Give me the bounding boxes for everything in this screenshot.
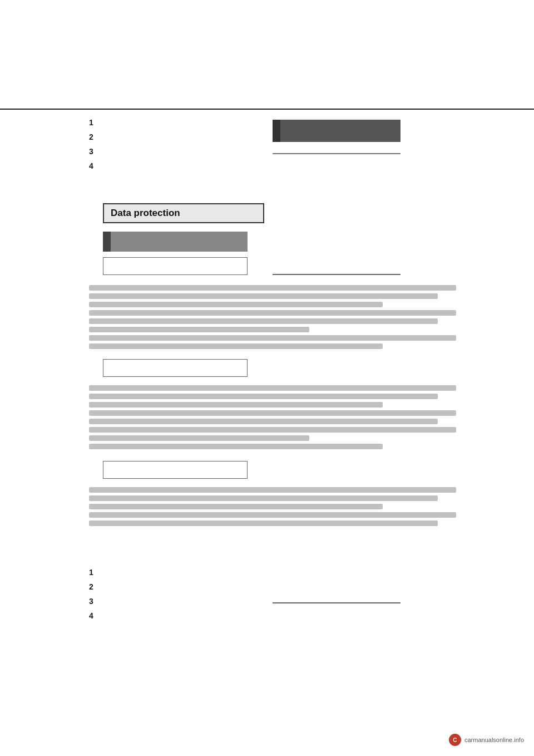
text-block-3: [89, 487, 456, 526]
watermark-text: carmanualsonline.info: [464, 737, 524, 743]
top-divider: [0, 109, 534, 110]
list-item: 3: [89, 147, 101, 156]
text-line: [89, 402, 383, 408]
text-block-1: [89, 285, 456, 349]
text-line: [89, 512, 456, 518]
input-box-3: [103, 461, 248, 479]
lower-list-item: 3: [89, 597, 101, 606]
right-line-1: [273, 274, 400, 275]
text-line: [89, 495, 438, 501]
text-line: [89, 410, 456, 416]
watermark: C carmanualsonline.info: [449, 734, 524, 746]
upper-right-dark-box: [273, 120, 400, 142]
paragraph-lines: [89, 285, 456, 349]
lower-item-number-3: 3: [89, 597, 101, 606]
text-line: [89, 335, 456, 341]
item-number-3: 3: [89, 147, 101, 156]
text-line: [89, 293, 438, 299]
text-line: [89, 327, 309, 332]
lower-list-item: 4: [89, 611, 101, 620]
paragraph-lines-3: [89, 487, 456, 526]
text-line: [89, 427, 456, 433]
text-line: [89, 504, 383, 509]
dark-box-accent: [273, 120, 280, 142]
lower-item-number-4: 4: [89, 611, 101, 620]
page: 1 2 3 4 Data protec: [0, 0, 534, 756]
input-box-2: [103, 359, 248, 377]
lower-item-number-1: 1: [89, 568, 101, 577]
lower-list-item: 1: [89, 568, 101, 577]
input-box-1: [103, 257, 248, 275]
upper-numbered-list: 1 2 3 4: [89, 118, 101, 176]
lower-list-item: 2: [89, 582, 101, 591]
list-item: 1: [89, 118, 101, 127]
watermark-icon: C: [449, 734, 461, 746]
text-line: [89, 302, 383, 307]
gray-bar-accent: [103, 232, 111, 252]
item-number-2: 2: [89, 132, 101, 141]
text-line: [89, 487, 456, 493]
data-protection-label: Data protection: [103, 203, 264, 223]
text-line: [89, 343, 383, 349]
list-item: 4: [89, 161, 101, 170]
item-number-4: 4: [89, 161, 101, 170]
lower-item-number-2: 2: [89, 582, 101, 591]
lower-numbered-list: 1 2 3 4: [89, 568, 101, 626]
list-item: 2: [89, 132, 101, 141]
text-line: [89, 444, 383, 449]
text-line: [89, 285, 456, 291]
text-block-2: [89, 385, 456, 449]
lower-right-line: [273, 602, 400, 603]
data-protection-container: Data protection: [103, 203, 264, 223]
paragraph-lines-2: [89, 385, 456, 449]
text-line: [89, 521, 438, 526]
item-number-1: 1: [89, 118, 101, 127]
text-line: [89, 419, 438, 424]
gray-bar: [103, 232, 248, 252]
upper-right-line: [273, 153, 400, 154]
text-line: [89, 385, 456, 391]
text-line: [89, 318, 438, 324]
text-line: [89, 310, 456, 316]
text-line: [89, 435, 309, 441]
text-line: [89, 394, 438, 399]
